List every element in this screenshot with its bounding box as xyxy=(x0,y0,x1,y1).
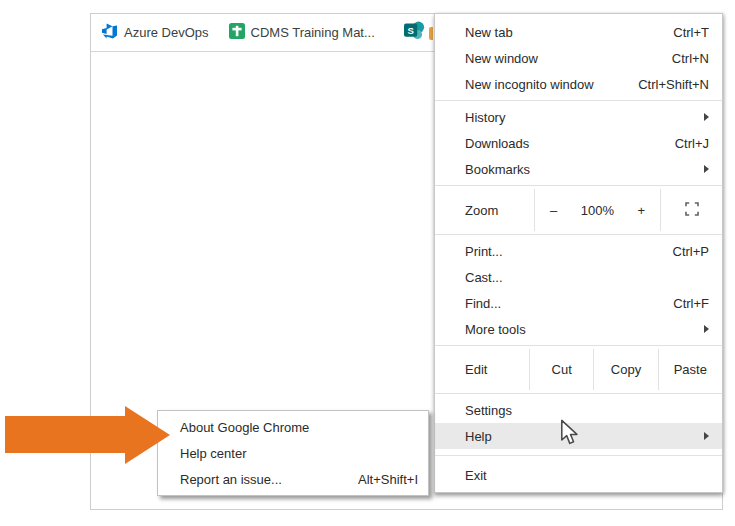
menu-item-label: New tab xyxy=(465,25,673,40)
menu-separator xyxy=(435,345,722,346)
menu-item-cast[interactable]: Cast... xyxy=(435,264,722,290)
submenu-item-label: Report an issue... xyxy=(180,472,358,487)
bookmark-sharepoint[interactable]: S xyxy=(404,21,425,44)
bookmark-label: Azure DevOps xyxy=(124,25,209,40)
menu-item-label: Cast... xyxy=(465,270,709,285)
help-submenu: About Google Chrome Help center Report a… xyxy=(157,410,429,496)
sharepoint-letter: S xyxy=(407,25,413,36)
screenshot-root: Azure DevOps CDMS Training Mat... xyxy=(0,0,735,526)
sharepoint-icon: S xyxy=(404,21,425,44)
zoom-label: Zoom xyxy=(435,189,534,231)
menu-item-label: Print... xyxy=(465,244,673,259)
submenu-item-help-center[interactable]: Help center xyxy=(158,440,428,466)
zoom-out-button[interactable]: – xyxy=(550,203,557,218)
menu-item-label: Help xyxy=(465,429,704,444)
menu-item-label: History xyxy=(465,110,704,125)
menu-item-zoom: Zoom – 100% + xyxy=(435,189,722,231)
menu-item-bookmarks[interactable]: Bookmarks xyxy=(435,156,722,182)
menu-item-edit-row: Edit Cut Copy Paste xyxy=(435,349,722,390)
paste-button[interactable]: Paste xyxy=(658,349,722,390)
menu-separator xyxy=(435,234,722,235)
fullscreen-icon xyxy=(685,202,699,219)
menu-item-label: Settings xyxy=(465,403,709,418)
submenu-arrow-icon xyxy=(704,325,709,333)
menu-item-label: New incognito window xyxy=(465,77,638,92)
mouse-cursor-icon xyxy=(560,419,579,451)
submenu-item-about-google-chrome[interactable]: About Google Chrome xyxy=(158,414,428,440)
zoom-level: 100% xyxy=(581,203,614,218)
menu-item-shortcut: Ctrl+N xyxy=(672,51,709,66)
submenu-item-shortcut: Alt+Shift+I xyxy=(358,472,418,487)
menu-item-label: Bookmarks xyxy=(465,162,704,177)
orange-arrow-head xyxy=(125,406,170,464)
menu-separator xyxy=(435,393,722,394)
partial-favicon xyxy=(429,27,433,40)
menu-item-print[interactable]: Print... Ctrl+P xyxy=(435,238,722,264)
submenu-arrow-icon xyxy=(704,113,709,121)
menu-separator xyxy=(435,100,722,101)
menu-item-shortcut: Ctrl+J xyxy=(675,136,709,151)
menu-item-downloads[interactable]: Downloads Ctrl+J xyxy=(435,130,722,156)
menu-separator xyxy=(435,455,722,456)
zoom-controls: – 100% + xyxy=(534,189,661,231)
menu-item-new-incognito-window[interactable]: New incognito window Ctrl+Shift+N xyxy=(435,71,722,97)
menu-item-label: Exit xyxy=(465,468,709,483)
menu-item-new-tab[interactable]: New tab Ctrl+T xyxy=(435,19,722,45)
bookmark-label: CDMS Training Mat... xyxy=(251,25,375,40)
submenu-arrow-icon xyxy=(704,432,709,440)
submenu-item-label: Help center xyxy=(180,446,418,461)
copy-button[interactable]: Copy xyxy=(593,349,657,390)
menu-separator xyxy=(435,185,722,186)
submenu-item-report-an-issue[interactable]: Report an issue... Alt+Shift+I xyxy=(158,466,428,492)
cdms-icon xyxy=(229,23,245,43)
orange-arrow-body xyxy=(5,416,125,453)
menu-item-label: Downloads xyxy=(465,136,675,151)
menu-item-shortcut: Ctrl+F xyxy=(673,296,709,311)
menu-item-find[interactable]: Find... Ctrl+F xyxy=(435,290,722,316)
bookmark-azure-devops[interactable]: Azure DevOps xyxy=(101,22,209,43)
menu-item-shortcut: Ctrl+P xyxy=(673,244,709,259)
menu-item-label: New window xyxy=(465,51,672,66)
menu-item-shortcut: Ctrl+Shift+N xyxy=(638,77,709,92)
submenu-item-label: About Google Chrome xyxy=(180,420,418,435)
menu-item-label: More tools xyxy=(465,322,704,337)
cut-button[interactable]: Cut xyxy=(529,349,593,390)
submenu-arrow-icon xyxy=(704,165,709,173)
fullscreen-button[interactable] xyxy=(661,189,722,231)
menu-item-exit[interactable]: Exit xyxy=(435,462,722,488)
menu-item-shortcut: Ctrl+T xyxy=(673,25,709,40)
bookmark-cdms-training[interactable]: CDMS Training Mat... xyxy=(229,23,375,43)
menu-item-label: Find... xyxy=(465,296,673,311)
menu-item-new-window[interactable]: New window Ctrl+N xyxy=(435,45,722,71)
menu-item-history[interactable]: History xyxy=(435,104,722,130)
zoom-in-button[interactable]: + xyxy=(637,203,645,218)
menu-item-more-tools[interactable]: More tools xyxy=(435,316,722,342)
edit-label: Edit xyxy=(435,349,529,390)
azure-devops-icon xyxy=(101,22,118,43)
